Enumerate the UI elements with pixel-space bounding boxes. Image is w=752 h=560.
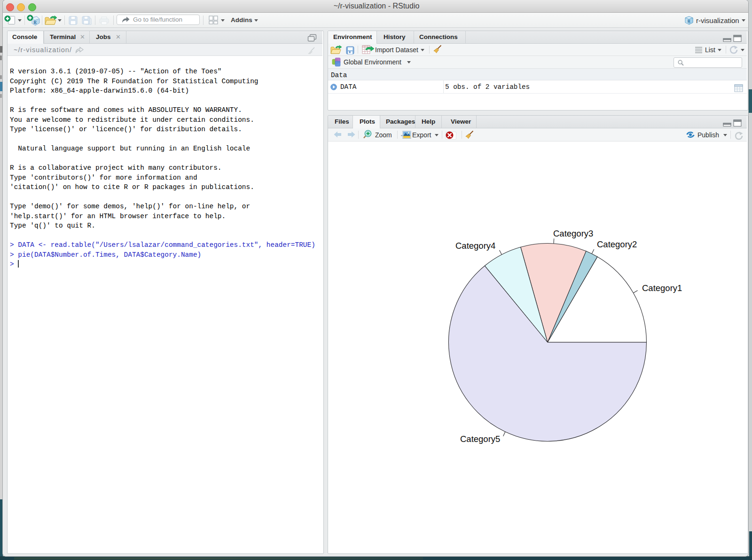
svg-text:R: R: [688, 19, 691, 24]
svg-text:R: R: [33, 20, 37, 25]
